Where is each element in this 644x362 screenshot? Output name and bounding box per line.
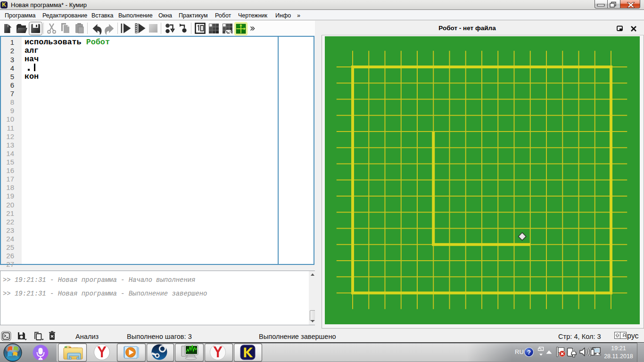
svg-text:?: ? xyxy=(527,349,531,356)
